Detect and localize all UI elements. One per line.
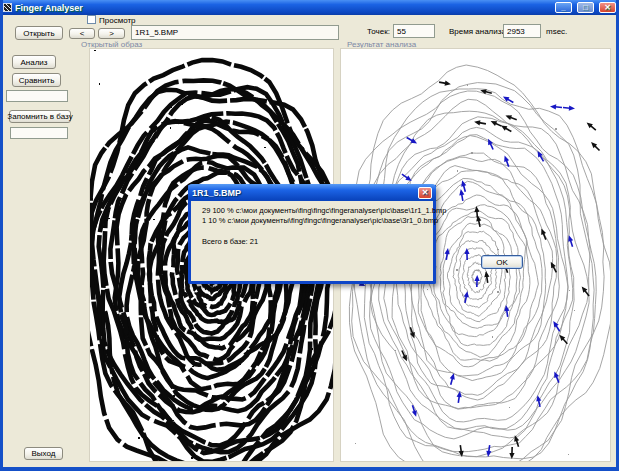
analysis-time-label: Время анализа: bbox=[449, 27, 508, 36]
minutia-arrow-black bbox=[589, 140, 601, 152]
minutia-arrow-black bbox=[483, 271, 490, 284]
app-window: Finger Analyser _ □ ✕ Открыть Анализ Сра… bbox=[0, 0, 619, 471]
window-title: Finger Analyser bbox=[15, 3, 550, 13]
preview-checkbox[interactable] bbox=[87, 15, 96, 24]
dialog-title: 1R1_5.BMP bbox=[192, 188, 418, 198]
minutia-arrow-black bbox=[580, 285, 591, 298]
close-button[interactable]: ✕ bbox=[599, 2, 616, 13]
minimize-button[interactable]: _ bbox=[555, 2, 572, 13]
maximize-button[interactable]: □ bbox=[577, 2, 594, 13]
save-name-field[interactable] bbox=[10, 127, 68, 139]
next-image-button[interactable]: > bbox=[98, 28, 125, 39]
minutia-arrow-black bbox=[439, 80, 452, 87]
points-field[interactable] bbox=[393, 24, 435, 38]
title-bar[interactable]: Finger Analyser _ □ ✕ bbox=[0, 0, 619, 15]
match-line-1: 29 100 % с:\мои документы\fing\fingc\fin… bbox=[202, 206, 446, 215]
minutia-arrow-blue bbox=[474, 275, 480, 287]
prev-image-button[interactable]: < bbox=[69, 28, 95, 39]
open-button[interactable]: Открыть bbox=[15, 26, 63, 40]
analysis-time-field[interactable] bbox=[503, 24, 541, 38]
minutia-arrow-blue bbox=[485, 445, 492, 458]
preview-checkbox-label: Просмотр bbox=[99, 16, 136, 25]
minutia-arrow-blue bbox=[563, 105, 575, 111]
filename-field[interactable] bbox=[131, 25, 339, 40]
dialog-close-button[interactable]: ✕ bbox=[418, 187, 432, 199]
ok-button[interactable]: OK bbox=[481, 255, 523, 269]
dialog-title-bar[interactable]: 1R1_5.BMP ✕ bbox=[188, 184, 436, 201]
match-line-2: 1 10 % с:\мои документы\fing\fingc\finge… bbox=[202, 216, 438, 225]
database-total-label: Всего в базе: 21 bbox=[202, 237, 258, 246]
app-icon bbox=[3, 3, 12, 12]
compare-result-field[interactable] bbox=[6, 90, 68, 102]
minutia-arrow-blue bbox=[551, 320, 562, 333]
exit-button[interactable]: Выход bbox=[24, 447, 63, 460]
minutia-arrow-black bbox=[408, 326, 417, 339]
minutia-arrow-black bbox=[548, 261, 558, 274]
minutia-arrow-black bbox=[585, 121, 598, 133]
analyze-button[interactable]: Анализ bbox=[12, 55, 56, 69]
points-label: Точек: bbox=[367, 27, 390, 36]
save-to-db-button[interactable]: Запомнить в базу bbox=[9, 110, 71, 123]
msec-label: msec. bbox=[546, 27, 567, 36]
minutia-arrow-black bbox=[474, 119, 487, 126]
minutia-arrow-black bbox=[509, 447, 515, 459]
minutia-arrow-blue bbox=[550, 104, 562, 110]
minutia-arrow-black bbox=[505, 113, 518, 122]
compare-button[interactable]: Сравнить bbox=[12, 73, 61, 87]
match-result-dialog: 1R1_5.BMP ✕ 29 100 % с:\мои документы\fi… bbox=[188, 185, 436, 284]
